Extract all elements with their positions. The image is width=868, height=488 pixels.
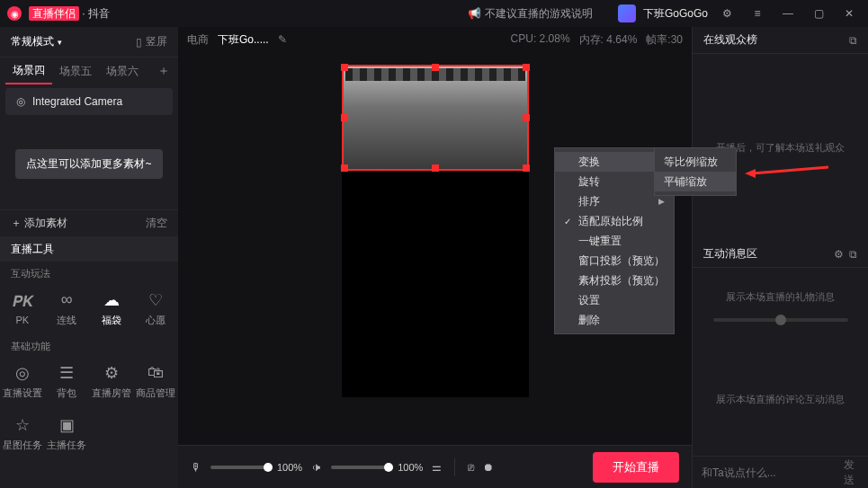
center-tab-title[interactable]: 下班Go.....	[218, 32, 269, 48]
menu-icon[interactable]: ≡	[746, 2, 769, 25]
orientation-toggle[interactable]: ▯ 竖屏	[136, 34, 167, 49]
tool-star-task[interactable]: ☆星图任务	[0, 407, 45, 459]
mode-select[interactable]: 常规模式 ▾	[11, 34, 62, 49]
app-badge: 直播伴侣 · 抖音	[29, 6, 110, 22]
svg-marker-1	[745, 169, 756, 178]
user-avatar[interactable]	[618, 4, 636, 22]
tool-host-task[interactable]: ▣主播任务	[45, 407, 90, 459]
backpack-icon: ☰	[59, 363, 74, 383]
clear-sources-button[interactable]: 清空	[146, 216, 167, 231]
cart-icon: 🛍	[148, 363, 164, 383]
interact-settings-icon[interactable]: ⚙	[834, 248, 844, 261]
start-live-button[interactable]: 开始直播	[593, 452, 679, 483]
gift-split-slider[interactable]	[713, 318, 848, 322]
scene-tab-6[interactable]: 场景六	[99, 58, 146, 84]
settings2-icon: ◎	[15, 363, 30, 383]
stat-cpu: CPU: 2.08%	[511, 32, 570, 48]
gift-empty-text: 展示本场直播的礼物消息	[726, 290, 835, 304]
maximize-icon[interactable]: ▢	[807, 2, 830, 25]
tool-luckybag[interactable]: ☁福袋	[89, 282, 134, 334]
add-source-button[interactable]: ＋ 添加素材	[11, 216, 67, 231]
tool-backpack[interactable]: ☰背包	[45, 355, 90, 407]
interact-header: 互动消息区	[703, 246, 757, 262]
username[interactable]: 下班GoGoGo	[643, 6, 708, 22]
add-scene-button[interactable]: ＋	[155, 63, 173, 79]
source-camera[interactable]: ◎ Integrated Camera	[5, 88, 173, 115]
camera-icon: ◎	[16, 95, 25, 108]
viewers-header: 在线观众榜	[703, 32, 757, 48]
source-camera-label: Integrated Camera	[32, 95, 122, 108]
camera-toggle-icon[interactable]: ⎚	[468, 461, 474, 474]
interact-popout-icon[interactable]: ⧉	[849, 248, 857, 261]
ctx-fit-original[interactable]: ✓适配原始比例	[555, 211, 674, 231]
svg-line-0	[752, 167, 828, 173]
ctx-scale-proportional[interactable]: 等比例缩放	[655, 152, 736, 172]
tool-live-settings[interactable]: ◎直播设置	[0, 355, 45, 407]
stat-fps: 帧率:30	[646, 32, 683, 48]
chat-send-button[interactable]: 发送	[844, 457, 859, 488]
minimize-icon[interactable]: —	[776, 2, 800, 25]
mic-volume-value: 100%	[277, 462, 302, 473]
stat-mem: 内存: 4.64%	[579, 32, 638, 48]
admin-icon: ⚙	[104, 363, 119, 383]
scene-tab-5[interactable]: 场景五	[52, 58, 99, 84]
mic-icon[interactable]: 🎙	[191, 461, 201, 474]
settings-icon[interactable]: ⚙	[715, 2, 738, 25]
add-source-hint: 点这里可以添加更多素材~	[15, 149, 162, 179]
annotation-arrow	[743, 160, 833, 187]
mic-volume-slider[interactable]	[210, 466, 268, 469]
pk-icon: 𝙋𝙆	[12, 291, 32, 311]
tools-header: 直播工具	[0, 236, 178, 262]
mixer-icon[interactable]: ⚌	[432, 461, 442, 474]
selected-source-frame[interactable]	[342, 65, 529, 171]
top-help-link[interactable]: 📢 不建议直播的游戏说明	[468, 6, 593, 22]
ctx-settings[interactable]: 设置	[555, 290, 674, 310]
tool-goods[interactable]: 🛍商品管理	[134, 355, 179, 407]
tools-play-header: 互动玩法	[0, 262, 178, 282]
preview-canvas[interactable]	[342, 65, 529, 397]
speaker-volume-slider[interactable]	[331, 466, 389, 469]
context-submenu-transform: 等比例缩放 平铺缩放	[654, 147, 737, 196]
speaker-icon[interactable]: 🕩	[311, 461, 322, 474]
comment-empty-text: 展示本场直播的评论互动消息	[693, 343, 868, 456]
tool-pk[interactable]: 𝙋𝙆PK	[0, 282, 45, 334]
viewers-popout-icon[interactable]: ⧉	[849, 34, 857, 47]
link-icon: ∞	[61, 290, 73, 310]
ctx-reset[interactable]: 一键重置	[555, 231, 674, 251]
tool-wish[interactable]: ♡心愿	[134, 282, 179, 334]
close-icon[interactable]: ✕	[837, 2, 861, 25]
edit-title-icon[interactable]: ✎	[278, 33, 287, 46]
ctx-source-proj[interactable]: 素材投影（预览）	[555, 271, 674, 290]
ctx-window-proj[interactable]: 窗口投影（预览）	[555, 251, 674, 271]
app-logo-icon: ◉	[7, 6, 22, 21]
ctx-delete[interactable]: 删除	[555, 310, 674, 330]
tools-base-header: 基础功能	[0, 334, 178, 355]
ctx-scale-tile[interactable]: 平铺缩放	[655, 172, 736, 191]
record-icon[interactable]: ⏺	[483, 461, 494, 474]
heart-icon: ♡	[148, 290, 163, 310]
star-icon: ☆	[15, 415, 30, 435]
scene-tab-4[interactable]: 场景四	[5, 58, 52, 84]
tool-connect[interactable]: ∞连线	[45, 282, 90, 334]
center-tab-ecommerce[interactable]: 电商	[187, 32, 209, 48]
task-icon: ▣	[59, 415, 75, 435]
speaker-volume-value: 100%	[398, 462, 423, 473]
bag-icon: ☁	[103, 290, 120, 310]
tool-room-admin[interactable]: ⚙直播房管	[89, 355, 134, 407]
chat-input[interactable]	[702, 466, 837, 479]
